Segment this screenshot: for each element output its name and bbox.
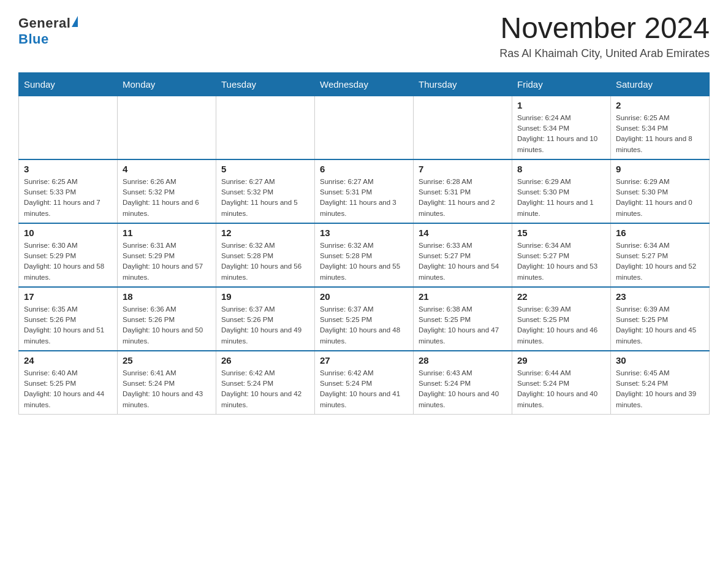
calendar-cell: 7Sunrise: 6:28 AMSunset: 5:31 PMDaylight… (414, 159, 512, 223)
calendar-cell: 6Sunrise: 6:27 AMSunset: 5:31 PMDaylight… (315, 159, 414, 223)
day-info: Sunrise: 6:27 AMSunset: 5:31 PMDaylight:… (320, 177, 408, 219)
calendar-cell: 10Sunrise: 6:30 AMSunset: 5:29 PMDayligh… (19, 223, 118, 287)
calendar-cell: 23Sunrise: 6:39 AMSunset: 5:25 PMDayligh… (611, 287, 710, 351)
calendar-cell: 11Sunrise: 6:31 AMSunset: 5:29 PMDayligh… (118, 223, 216, 287)
day-number: 28 (419, 355, 507, 366)
weekday-header-tuesday: Tuesday (216, 72, 315, 96)
calendar-week-4: 17Sunrise: 6:35 AMSunset: 5:26 PMDayligh… (19, 287, 710, 351)
day-info: Sunrise: 6:43 AMSunset: 5:24 PMDaylight:… (419, 368, 507, 410)
weekday-header-saturday: Saturday (611, 72, 710, 96)
day-number: 16 (616, 228, 704, 238)
calendar-cell: 12Sunrise: 6:32 AMSunset: 5:28 PMDayligh… (216, 223, 315, 287)
day-number: 20 (320, 291, 408, 302)
calendar-cell: 5Sunrise: 6:27 AMSunset: 5:32 PMDaylight… (216, 159, 315, 223)
calendar-cell: 13Sunrise: 6:32 AMSunset: 5:28 PMDayligh… (315, 223, 414, 287)
day-info: Sunrise: 6:34 AMSunset: 5:27 PMDaylight:… (517, 240, 605, 283)
logo-general: General (18, 15, 70, 31)
day-number: 26 (221, 355, 309, 366)
day-info: Sunrise: 6:36 AMSunset: 5:26 PMDaylight:… (123, 304, 211, 347)
calendar-week-1: 1Sunrise: 6:24 AMSunset: 5:34 PMDaylight… (19, 96, 710, 159)
day-info: Sunrise: 6:25 AMSunset: 5:33 PMDaylight:… (24, 177, 112, 219)
day-number: 25 (123, 355, 211, 366)
calendar-cell: 20Sunrise: 6:37 AMSunset: 5:25 PMDayligh… (315, 287, 414, 351)
day-info: Sunrise: 6:38 AMSunset: 5:25 PMDaylight:… (419, 304, 507, 347)
calendar-cell: 16Sunrise: 6:34 AMSunset: 5:27 PMDayligh… (611, 223, 710, 287)
day-info: Sunrise: 6:45 AMSunset: 5:24 PMDaylight:… (616, 368, 704, 410)
calendar-cell (315, 96, 414, 159)
day-number: 7 (419, 164, 507, 174)
day-info: Sunrise: 6:29 AMSunset: 5:30 PMDaylight:… (517, 177, 605, 219)
day-info: Sunrise: 6:29 AMSunset: 5:30 PMDaylight:… (616, 177, 704, 219)
day-info: Sunrise: 6:40 AMSunset: 5:25 PMDaylight:… (24, 368, 112, 410)
logo: General Blue (18, 15, 78, 47)
weekday-header-monday: Monday (118, 72, 216, 96)
calendar-cell: 18Sunrise: 6:36 AMSunset: 5:26 PMDayligh… (118, 287, 216, 351)
day-info: Sunrise: 6:39 AMSunset: 5:25 PMDaylight:… (517, 304, 605, 347)
calendar-cell (19, 96, 118, 159)
day-number: 23 (616, 291, 704, 302)
day-info: Sunrise: 6:31 AMSunset: 5:29 PMDaylight:… (123, 240, 211, 283)
calendar-cell: 2Sunrise: 6:25 AMSunset: 5:34 PMDaylight… (611, 96, 710, 159)
day-number: 13 (320, 228, 408, 238)
calendar-week-5: 24Sunrise: 6:40 AMSunset: 5:25 PMDayligh… (19, 351, 710, 415)
day-number: 24 (24, 355, 112, 366)
weekday-header-thursday: Thursday (414, 72, 512, 96)
day-info: Sunrise: 6:28 AMSunset: 5:31 PMDaylight:… (419, 177, 507, 219)
calendar-cell: 25Sunrise: 6:41 AMSunset: 5:24 PMDayligh… (118, 351, 216, 415)
day-info: Sunrise: 6:42 AMSunset: 5:24 PMDaylight:… (320, 368, 408, 410)
day-number: 30 (616, 355, 704, 366)
calendar-cell (118, 96, 216, 159)
calendar-cell: 8Sunrise: 6:29 AMSunset: 5:30 PMDaylight… (512, 159, 611, 223)
calendar-cell: 27Sunrise: 6:42 AMSunset: 5:24 PMDayligh… (315, 351, 414, 415)
title-section: November 2024 Ras Al Khaimah City, Unite… (499, 12, 710, 60)
day-number: 27 (320, 355, 408, 366)
day-number: 6 (320, 164, 408, 174)
day-number: 29 (517, 355, 605, 366)
calendar-week-2: 3Sunrise: 6:25 AMSunset: 5:33 PMDaylight… (19, 159, 710, 223)
day-number: 18 (123, 291, 211, 302)
day-number: 17 (24, 291, 112, 302)
calendar-cell: 4Sunrise: 6:26 AMSunset: 5:32 PMDaylight… (118, 159, 216, 223)
day-info: Sunrise: 6:44 AMSunset: 5:24 PMDaylight:… (517, 368, 605, 410)
calendar-cell: 9Sunrise: 6:29 AMSunset: 5:30 PMDaylight… (611, 159, 710, 223)
day-info: Sunrise: 6:32 AMSunset: 5:28 PMDaylight:… (221, 240, 309, 283)
day-number: 1 (517, 100, 605, 110)
day-info: Sunrise: 6:41 AMSunset: 5:24 PMDaylight:… (123, 368, 211, 410)
day-number: 4 (123, 164, 211, 174)
day-info: Sunrise: 6:32 AMSunset: 5:28 PMDaylight:… (320, 240, 408, 283)
day-number: 12 (221, 228, 309, 238)
calendar-cell: 21Sunrise: 6:38 AMSunset: 5:25 PMDayligh… (414, 287, 512, 351)
calendar-cell (216, 96, 315, 159)
day-number: 3 (24, 164, 112, 174)
day-number: 21 (419, 291, 507, 302)
calendar-cell: 26Sunrise: 6:42 AMSunset: 5:24 PMDayligh… (216, 351, 315, 415)
day-info: Sunrise: 6:39 AMSunset: 5:25 PMDaylight:… (616, 304, 704, 347)
page-header: General Blue November 2024 Ras Al Khaima… (18, 12, 710, 60)
calendar-header-row: SundayMondayTuesdayWednesdayThursdayFrid… (19, 72, 710, 96)
calendar-cell: 15Sunrise: 6:34 AMSunset: 5:27 PMDayligh… (512, 223, 611, 287)
day-number: 5 (221, 164, 309, 174)
day-number: 2 (616, 100, 704, 110)
day-info: Sunrise: 6:37 AMSunset: 5:25 PMDaylight:… (320, 304, 408, 347)
day-number: 11 (123, 228, 211, 238)
weekday-header-sunday: Sunday (19, 72, 118, 96)
calendar-cell: 1Sunrise: 6:24 AMSunset: 5:34 PMDaylight… (512, 96, 611, 159)
calendar-cell: 22Sunrise: 6:39 AMSunset: 5:25 PMDayligh… (512, 287, 611, 351)
weekday-header-friday: Friday (512, 72, 611, 96)
month-title: November 2024 (499, 12, 710, 45)
calendar-cell: 28Sunrise: 6:43 AMSunset: 5:24 PMDayligh… (414, 351, 512, 415)
day-info: Sunrise: 6:27 AMSunset: 5:32 PMDaylight:… (221, 177, 309, 219)
calendar-cell: 19Sunrise: 6:37 AMSunset: 5:26 PMDayligh… (216, 287, 315, 351)
day-number: 19 (221, 291, 309, 302)
calendar-cell (414, 96, 512, 159)
calendar-cell: 14Sunrise: 6:33 AMSunset: 5:27 PMDayligh… (414, 223, 512, 287)
weekday-header-wednesday: Wednesday (315, 72, 414, 96)
day-info: Sunrise: 6:26 AMSunset: 5:32 PMDaylight:… (123, 177, 211, 219)
calendar-cell: 17Sunrise: 6:35 AMSunset: 5:26 PMDayligh… (19, 287, 118, 351)
day-info: Sunrise: 6:24 AMSunset: 5:34 PMDaylight:… (517, 113, 605, 155)
day-number: 15 (517, 228, 605, 238)
day-number: 8 (517, 164, 605, 174)
day-info: Sunrise: 6:35 AMSunset: 5:26 PMDaylight:… (24, 304, 112, 347)
day-info: Sunrise: 6:25 AMSunset: 5:34 PMDaylight:… (616, 113, 704, 155)
day-number: 14 (419, 228, 507, 238)
